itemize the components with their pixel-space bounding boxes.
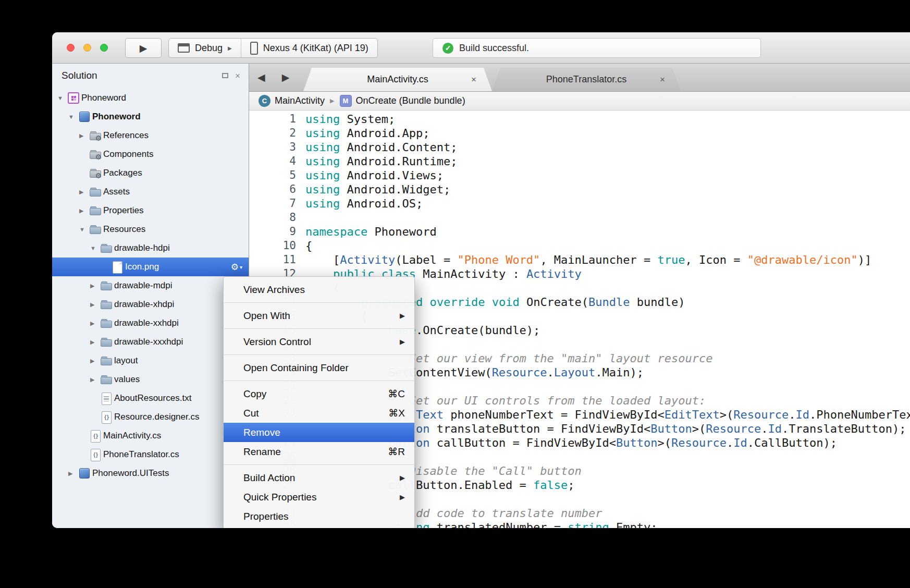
expander-icon[interactable]: ▼ (79, 226, 89, 232)
run-button[interactable]: ▶ (125, 38, 162, 58)
chevron-right-icon: ▶ (330, 97, 334, 104)
tree-item-drawable-xhdpi[interactable]: ▶drawable-xhdpi (52, 295, 249, 314)
close-tab-icon[interactable]: × (660, 75, 665, 85)
expander-icon[interactable]: ▶ (68, 470, 78, 477)
menu-item-remove[interactable]: Remove (224, 423, 414, 442)
menu-item-label: Version Control (243, 336, 311, 348)
gear-overlay-icon: ⚙ (95, 172, 102, 179)
expander-icon[interactable]: ▶ (90, 339, 100, 346)
tree-item-phoneword-uitests[interactable]: ▶Phoneword.UITests (52, 464, 249, 483)
code-text: using Android.Views; (305, 168, 444, 182)
tree-item-label: drawable-xxhdpi (114, 318, 179, 328)
build-status[interactable]: ✓ Build successful. (433, 38, 761, 58)
tree-item-aboutresources-txt[interactable]: AboutResources.txt (52, 389, 249, 408)
expander-icon[interactable]: ▶ (79, 132, 89, 139)
code-line: 1using System; (249, 112, 910, 126)
menu-item-rename[interactable]: Rename⌘R (224, 442, 414, 461)
solution-pad-title: Solution (62, 70, 97, 81)
menu-item-properties[interactable]: Properties (224, 507, 414, 526)
expander-icon[interactable]: ▶ (90, 376, 100, 383)
navigate-back-button[interactable]: ◀ (257, 71, 265, 83)
minimize-window-button[interactable] (83, 44, 91, 52)
phone-icon (250, 42, 258, 55)
tree-item-label: layout (114, 356, 138, 366)
tree-item-phoneword[interactable]: ▼Phoneword (52, 107, 249, 126)
folder-gear-icon: ⚙ (89, 167, 102, 179)
navigate-forward-button[interactable]: ▶ (282, 71, 290, 83)
tree-item-references[interactable]: ▶⚙References (52, 126, 249, 145)
line-number: 9 (249, 225, 305, 239)
tree-item-assets[interactable]: ▶Assets (52, 182, 249, 201)
menu-item-view-archives[interactable]: View Archives (224, 280, 414, 299)
expander-icon[interactable]: ▶ (90, 283, 100, 289)
navigation-arrows: ◀ ▶ (257, 64, 289, 91)
close-window-button[interactable] (67, 44, 75, 52)
menu-item-version-control[interactable]: Version Control▶ (224, 332, 414, 351)
menu-item-quick-properties[interactable]: Quick Properties▶ (224, 487, 414, 507)
tree-item-drawable-mdpi[interactable]: ▶drawable-mdpi (52, 276, 249, 295)
menu-item-build-action[interactable]: Build Action▶ (224, 468, 414, 487)
folder-gear-icon: ⚙ (89, 148, 102, 161)
expander-icon[interactable]: ▶ (79, 189, 89, 195)
tree-item-drawable-xxxhdpi[interactable]: ▶drawable-xxxhdpi (52, 333, 249, 351)
tree-item-packages[interactable]: ⚙Packages (52, 164, 249, 182)
tree-item-phonetranslator-cs[interactable]: PhoneTranslator.cs (52, 445, 249, 464)
tree-item-values[interactable]: ▶values (52, 370, 249, 389)
tab-mainactivity-cs[interactable]: MainActivity.cs× (303, 68, 492, 91)
menu-item-cut[interactable]: Cut⌘X (224, 403, 414, 423)
zoom-window-button[interactable] (100, 44, 108, 52)
tab-label: PhoneTranslator.cs (546, 74, 626, 85)
configuration-selector[interactable]: Debug ▶ (169, 39, 241, 57)
breadcrumb-item-mainactivity[interactable]: CMainActivity (259, 95, 325, 107)
tree-item-resource-designer-cs[interactable]: Resource.designer.cs (52, 408, 249, 426)
tree-item-icon-png[interactable]: Icon.png⚙▾ (52, 258, 249, 276)
folder-icon (100, 317, 113, 329)
dock-pad-icon[interactable] (222, 73, 228, 78)
folder-gear-icon: ⚙ (89, 129, 102, 142)
code-text: using Android.OS; (305, 197, 423, 211)
build-status-text: Build successful. (459, 43, 529, 54)
main-area: Solution × ▼Phoneword▼Phoneword▶⚙Referen… (52, 64, 910, 528)
item-options-button[interactable]: ⚙▾ (231, 262, 242, 273)
menu-item-copy[interactable]: Copy⌘C (224, 384, 414, 403)
toolbar: ▶ Debug ▶ Nexus 4 (KitKat) (API 19) ✓ Bu… (52, 32, 910, 64)
file-icon (111, 261, 124, 273)
tree-item-label: drawable-hdpi (114, 243, 170, 253)
folder-icon (100, 373, 113, 386)
code-text: using Android.Runtime; (305, 154, 457, 168)
tree-item-label: Icon.png (125, 262, 159, 272)
tree-item-resources[interactable]: ▼Resources (52, 220, 249, 239)
menu-item-label: Open Containing Folder (243, 362, 349, 374)
menu-item-open-containing-folder[interactable]: Open Containing Folder (224, 358, 414, 377)
tree-item-label: References (103, 130, 149, 141)
folder-icon (100, 354, 113, 367)
expander-icon[interactable]: ▼ (57, 95, 67, 101)
tree-item-components[interactable]: ⚙Components (52, 145, 249, 164)
tree-item-label: AboutResources.txt (114, 393, 191, 403)
configuration-icon (178, 43, 190, 53)
tree-item-label: Packages (103, 168, 142, 178)
device-selector[interactable]: Nexus 4 (KitKat) (API 19) (241, 39, 377, 57)
expander-icon[interactable]: ▶ (90, 301, 100, 308)
expander-icon[interactable]: ▶ (79, 207, 89, 214)
tree-item-phoneword[interactable]: ▼Phoneword (52, 89, 249, 107)
tree-item-label: Phoneword (92, 112, 141, 122)
project-icon (78, 111, 91, 123)
submenu-arrow-icon: ▶ (400, 338, 405, 346)
menu-item-open-with[interactable]: Open With▶ (224, 306, 414, 325)
expander-icon[interactable]: ▼ (68, 114, 78, 120)
tree-item-drawable-hdpi[interactable]: ▼drawable-hdpi (52, 239, 249, 258)
expander-icon[interactable]: ▶ (90, 358, 100, 364)
tree-item-properties[interactable]: ▶Properties (52, 201, 249, 220)
close-pad-icon[interactable]: × (235, 71, 240, 80)
tree-item-drawable-xxhdpi[interactable]: ▶drawable-xxhdpi (52, 314, 249, 333)
expander-icon[interactable]: ▶ (90, 320, 100, 327)
tab-bar: ◀ ▶ MainActivity.cs×PhoneTranslator.cs× (249, 64, 910, 92)
breadcrumb-item-oncreate-bundle-bundle[interactable]: MOnCreate (Bundle bundle) (340, 95, 465, 107)
tab-phonetranslator-cs[interactable]: PhoneTranslator.cs× (492, 68, 681, 91)
expander-icon[interactable]: ▼ (90, 245, 100, 251)
tree-item-mainactivity-cs[interactable]: MainActivity.cs (52, 426, 249, 445)
tree-item-layout[interactable]: ▶layout (52, 351, 249, 370)
close-tab-icon[interactable]: × (471, 75, 476, 85)
code-line: 9namespace Phoneword (249, 225, 910, 239)
